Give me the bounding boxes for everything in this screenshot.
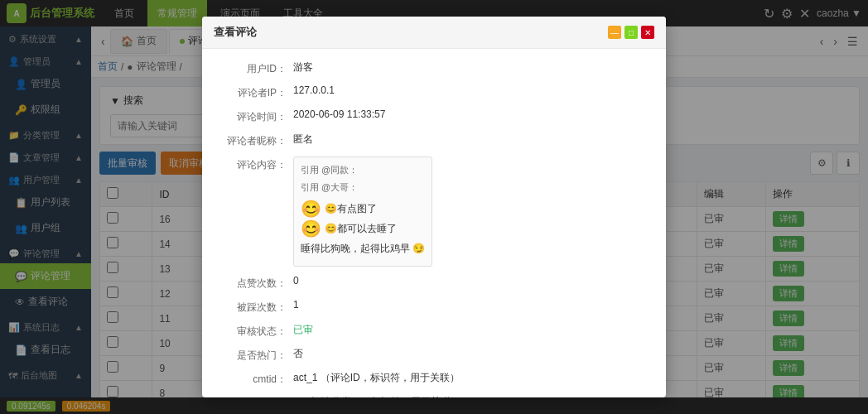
user-id-value: 游客 bbox=[293, 60, 649, 75]
field-comment-time: 评论时间： 2020-06-09 11:33:57 bbox=[219, 108, 649, 124]
field-cmtid: cmtid： act_1 （评论ID，标识符，用于关联） bbox=[219, 371, 649, 387]
catid-value: 0 （评论分类ID，标识符，用于关联） bbox=[293, 395, 649, 397]
field-content: 评论内容： 引用 @同款： 引用 @大哥： 😊 😊有点图了 😊 😊都可以去睡 bbox=[219, 156, 649, 267]
comment-time-value: 2020-06-09 11:33:57 bbox=[293, 108, 649, 120]
modal-close-btn[interactable]: ✕ bbox=[641, 26, 654, 39]
comment-text-2: 😊 😊都可以去睡了 bbox=[301, 219, 425, 238]
likes-value: 0 bbox=[293, 275, 649, 286]
dislikes-label: 被踩次数： bbox=[219, 299, 293, 315]
comment-time-label: 评论时间： bbox=[219, 108, 293, 124]
emoji-happy2: 😊 bbox=[301, 219, 321, 238]
audit-value: 已审 bbox=[293, 323, 649, 337]
modal-overlay[interactable]: 查看评论 — □ ✕ 用户ID： 游客 评论者IP： 127.0.0.1 评论时… bbox=[0, 0, 868, 414]
hot-value: 否 bbox=[293, 347, 649, 361]
content-label: 评论内容： bbox=[219, 156, 293, 172]
audit-label: 审核状态： bbox=[219, 323, 293, 339]
comment-ip-value: 127.0.0.1 bbox=[293, 84, 649, 96]
modal-controls: — □ ✕ bbox=[608, 26, 654, 39]
comment-modal: 查看评论 — □ ✕ 用户ID： 游客 评论者IP： 127.0.0.1 评论时… bbox=[202, 17, 666, 397]
modal-body: 用户ID： 游客 评论者IP： 127.0.0.1 评论时间： 2020-06-… bbox=[202, 49, 666, 397]
commenter-label: 评论者昵称： bbox=[219, 132, 293, 148]
likes-label: 点赞次数： bbox=[219, 275, 293, 291]
field-audit: 审核状态： 已审 bbox=[219, 323, 649, 339]
commenter-value: 匿名 bbox=[293, 132, 649, 147]
field-dislikes: 被踩次数： 1 bbox=[219, 299, 649, 315]
modal-maximize-btn[interactable]: □ bbox=[624, 26, 638, 39]
field-likes: 点赞次数： 0 bbox=[219, 275, 649, 291]
cmtid-label: cmtid： bbox=[219, 371, 293, 387]
modal-minimize-btn[interactable]: — bbox=[608, 26, 621, 39]
comment-content-box: 引用 @同款： 引用 @大哥： 😊 😊有点图了 😊 😊都可以去睡了 睡得 bbox=[293, 156, 432, 267]
quote-sub: 引用 @大哥： bbox=[301, 181, 425, 194]
cmtid-value: act_1 （评论ID，标识符，用于关联） bbox=[293, 371, 649, 385]
modal-title: 查看评论 bbox=[214, 25, 257, 40]
field-catid: catid： 0 （评论分类ID，标识符，用于关联） bbox=[219, 395, 649, 397]
field-hot: 是否热门： 否 bbox=[219, 347, 649, 363]
comment-ip-label: 评论者IP： bbox=[219, 84, 293, 100]
user-id-label: 用户ID： bbox=[219, 60, 293, 76]
field-commenter: 评论者昵称： 匿名 bbox=[219, 132, 649, 148]
emoji-happy: 😊 bbox=[301, 199, 321, 219]
catid-label: catid： bbox=[219, 395, 293, 397]
field-comment-ip: 评论者IP： 127.0.0.1 bbox=[219, 84, 649, 100]
comment-text-1: 😊 😊有点图了 bbox=[301, 199, 425, 219]
hot-label: 是否热门： bbox=[219, 347, 293, 363]
comment-text-3: 睡得比狗晚，起得比鸡早 😏 bbox=[301, 242, 425, 256]
field-user-id: 用户ID： 游客 bbox=[219, 60, 649, 76]
dislikes-value: 1 bbox=[293, 299, 649, 310]
emoji-smirk: 😏 bbox=[412, 243, 425, 254]
quote-label: 引用 @同款： bbox=[301, 164, 425, 176]
modal-header: 查看评论 — □ ✕ bbox=[202, 17, 666, 49]
